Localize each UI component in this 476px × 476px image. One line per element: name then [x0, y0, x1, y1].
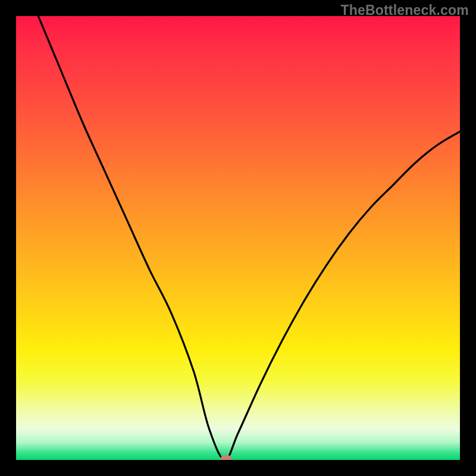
chart-frame: TheBottleneck.com [0, 0, 476, 476]
bottleneck-curve [16, 16, 460, 460]
optimum-marker [221, 455, 231, 460]
plot-area [16, 16, 460, 460]
